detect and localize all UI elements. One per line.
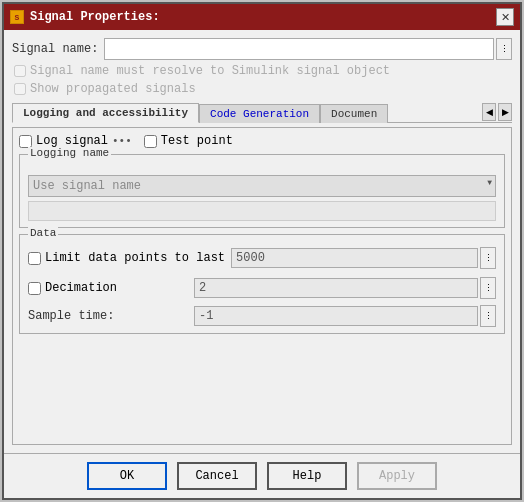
test-point-label-group: Test point: [144, 134, 233, 148]
decimation-input[interactable]: [194, 278, 478, 298]
tab-logging[interactable]: Logging and accessibility: [12, 103, 199, 123]
limit-data-row: Limit data points to last ⋮: [28, 247, 496, 269]
signal-name-input[interactable]: [104, 38, 494, 60]
tab-content: Log signal ••• Test point Logging name U…: [12, 127, 512, 445]
tabs-container: Logging and accessibility Code Generatio…: [12, 102, 512, 123]
signal-properties-window: S Signal Properties: ✕ Signal name: ⋮ Si…: [2, 2, 522, 500]
sample-time-menu-button[interactable]: ⋮: [480, 305, 496, 327]
signal-name-label: Signal name:: [12, 42, 98, 56]
tab-document[interactable]: Documen: [320, 104, 388, 123]
bottom-bar: OK Cancel Help Apply: [4, 453, 520, 498]
propagate-label: Show propagated signals: [30, 82, 196, 96]
resolve-label: Signal name must resolve to Simulink sig…: [30, 64, 390, 78]
limit-input-wrap: ⋮: [231, 247, 496, 269]
resolve-checkbox[interactable]: [14, 65, 26, 77]
help-button[interactable]: Help: [267, 462, 347, 490]
limit-input[interactable]: [231, 248, 478, 268]
cancel-button[interactable]: Cancel: [177, 462, 257, 490]
signal-name-row: Signal name: ⋮: [12, 38, 512, 60]
sample-time-label: Sample time:: [28, 309, 188, 323]
propagate-checkbox[interactable]: [14, 83, 26, 95]
limit-menu-button[interactable]: ⋮: [480, 247, 496, 269]
sample-time-input[interactable]: [194, 306, 478, 326]
sample-time-input-wrap: ⋮: [194, 305, 496, 327]
close-button[interactable]: ✕: [496, 8, 514, 26]
apply-button[interactable]: Apply: [357, 462, 437, 490]
decimation-label-group: Decimation: [28, 281, 188, 295]
propagate-checkbox-row: Show propagated signals: [12, 82, 512, 96]
logging-name-select[interactable]: Use signal name: [28, 175, 496, 197]
logging-name-section: Logging name Use signal name: [19, 154, 505, 228]
tab-prev-button[interactable]: ◀: [482, 103, 496, 121]
test-point-text: Test point: [161, 134, 233, 148]
title-bar-left: S Signal Properties:: [10, 10, 160, 24]
log-signal-label-group: Log signal •••: [19, 134, 132, 148]
window-icon: S: [10, 10, 24, 24]
signal-name-input-wrap: ⋮: [104, 38, 512, 60]
limit-label: Limit data points to last: [45, 251, 225, 265]
resolve-checkbox-row: Signal name must resolve to Simulink sig…: [12, 64, 512, 78]
tab-nav: ◀ ▶: [482, 103, 512, 121]
logging-name-text-input[interactable]: [28, 201, 496, 221]
decimation-label: Decimation: [45, 281, 117, 295]
limit-label-group: Limit data points to last: [28, 251, 225, 265]
title-bar: S Signal Properties: ✕: [4, 4, 520, 30]
test-point-checkbox[interactable]: [144, 135, 157, 148]
window-title: Signal Properties:: [30, 10, 160, 24]
decimation-menu-button[interactable]: ⋮: [480, 277, 496, 299]
sample-time-row: Sample time: ⋮: [28, 305, 496, 327]
logging-name-select-wrap: Use signal name: [28, 167, 496, 197]
log-signal-text: Log signal: [36, 134, 108, 148]
tab-next-button[interactable]: ▶: [498, 103, 512, 121]
data-section: Data Limit data points to last ⋮: [19, 234, 505, 334]
limit-checkbox[interactable]: [28, 252, 41, 265]
decimation-row: Decimation ⋮: [28, 277, 496, 299]
data-legend: Data: [28, 227, 58, 239]
log-signal-checkbox[interactable]: [19, 135, 32, 148]
logging-name-legend: Logging name: [28, 147, 111, 159]
decimation-checkbox[interactable]: [28, 282, 41, 295]
log-signal-row: Log signal ••• Test point: [19, 134, 505, 148]
tab-code-generation[interactable]: Code Generation: [199, 104, 320, 123]
ok-button[interactable]: OK: [87, 462, 167, 490]
log-signal-dots: •••: [112, 135, 132, 147]
decimation-input-wrap: ⋮: [194, 277, 496, 299]
window-content: Signal name: ⋮ Signal name must resolve …: [4, 30, 520, 453]
signal-name-menu-button[interactable]: ⋮: [496, 38, 512, 60]
